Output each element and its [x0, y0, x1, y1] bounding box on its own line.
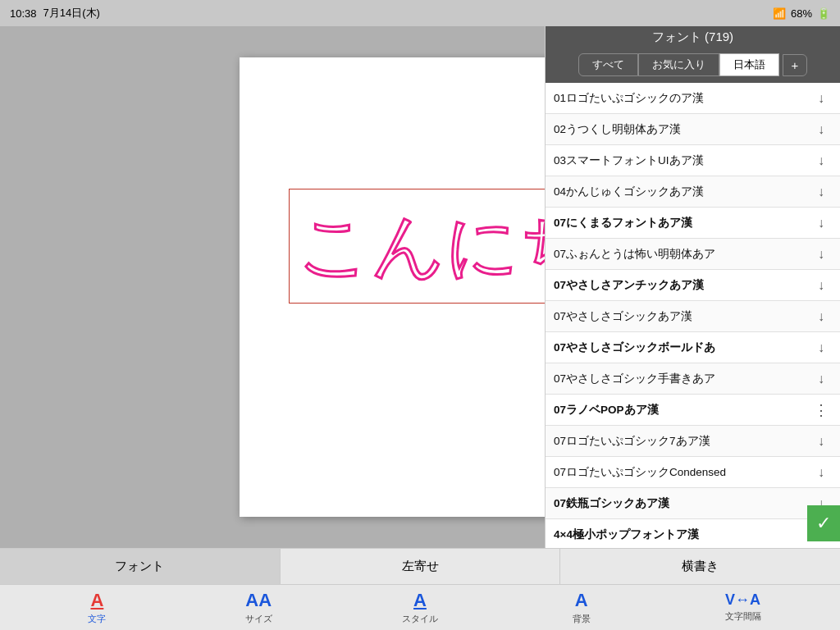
font-item-name: 4×4極小ポップフォントア漢 [554, 527, 812, 542]
font-list-item[interactable]: 07やさしさゴシックあア漢↓ [546, 301, 840, 332]
download-icon[interactable]: ↓ [812, 308, 830, 326]
font-panel: フォント (719) すべて お気に入り 日本語 + 01ロゴたいぷゴシックのア… [545, 23, 840, 548]
wifi-icon: 📶 [773, 7, 786, 20]
font-list-item[interactable]: 03スマートフォントUIあア漢↓ [546, 145, 840, 176]
font-list-item[interactable]: 04かんじゅくゴシックあア漢↓ [546, 176, 840, 208]
toolbar-align-btn[interactable]: 左寄せ [281, 549, 561, 584]
text-size-icon: AA [245, 590, 272, 611]
letter-spacing-label: 文字間隔 [725, 610, 761, 623]
download-icon[interactable]: ↓ [812, 183, 830, 201]
font-item-name: 01ロゴたいぷゴシックのア漢 [554, 91, 812, 106]
toolbar-top-row: フォント 左寄せ 横書き [0, 549, 840, 585]
battery-indicator: 68% [791, 7, 812, 20]
status-date: 7月14日(木) [43, 6, 100, 21]
font-item-name: 03スマートフォントUIあア漢 [554, 153, 812, 168]
font-list-item[interactable]: 4×4極小ポップフォントア漢↓ [546, 519, 840, 548]
font-item-name: 02うつくし明朝体あア漢 [554, 122, 812, 137]
background-icon: A [575, 590, 588, 611]
download-icon[interactable]: ↓ [812, 370, 830, 388]
text-color-label: 文字 [88, 613, 106, 625]
more-icon[interactable]: ⋮ [812, 401, 830, 419]
download-icon[interactable]: ↓ [812, 276, 830, 294]
font-item-name: 07ふぉんとうは怖い明朝体あア [554, 247, 812, 262]
font-list-item[interactable]: 07やさしさアンチックあア漢↓ [546, 270, 840, 301]
tool-text-size[interactable]: AA サイズ [234, 590, 283, 625]
font-list-item[interactable]: 07にくまるフォントあア漢↓ [546, 208, 840, 239]
text-size-label: サイズ [245, 613, 272, 625]
download-icon[interactable]: ↓ [812, 214, 830, 232]
status-time: 10:38 [10, 7, 37, 20]
font-item-name: 07ロゴたいぷゴシック7あア漢 [554, 434, 812, 449]
tab-add-button[interactable]: + [783, 54, 808, 76]
font-list-item[interactable]: 02うつくし明朝体あア漢↓ [546, 114, 840, 145]
font-list-item[interactable]: 07鉄瓶ゴシックあア漢↓ [546, 488, 840, 519]
download-icon[interactable]: ↓ [812, 245, 830, 263]
download-icon[interactable]: ↓ [812, 89, 830, 107]
toolbar-font-btn[interactable]: フォント [0, 549, 281, 584]
download-icon[interactable]: ↓ [812, 432, 830, 450]
download-icon[interactable]: ↓ [812, 152, 830, 170]
font-item-name: 07鉄瓶ゴシックあア漢 [554, 496, 812, 511]
font-item-name: 07やさしさゴシック手書きあア [554, 372, 812, 386]
tool-letter-spacing[interactable]: V↔A 文字間隔 [719, 591, 768, 623]
tool-text-style[interactable]: A スタイル [395, 590, 445, 625]
tab-japanese[interactable]: 日本語 [719, 53, 779, 76]
font-tabs: すべて お気に入り 日本語 + [546, 50, 840, 83]
font-list-item[interactable]: 07やさしさゴシック手書きあア↓ [546, 363, 840, 395]
font-list-item[interactable]: 01ロゴたいぷゴシックのア漢↓ [546, 83, 840, 114]
font-list-item[interactable]: 07ロゴたいぷゴシック7あア漢↓ [546, 426, 840, 457]
letter-spacing-icon: V↔A [725, 591, 760, 609]
text-box[interactable]: こんにち [289, 189, 576, 304]
toolbar-bottom-row: A 文字 AA サイズ A スタイル A 背景 V↔A 文字間隔 [0, 585, 840, 630]
font-list-item[interactable]: 07やさしさゴシックボールドあ↓ [546, 332, 840, 363]
check-icon: ✓ [816, 513, 831, 534]
download-icon[interactable]: ↓ [812, 121, 830, 139]
font-list[interactable]: 01ロゴたいぷゴシックのア漢↓02うつくし明朝体あア漢↓03スマートフォントUI… [546, 83, 840, 548]
bottom-toolbar: フォント 左寄せ 横書き A 文字 AA サイズ A スタイル A 背景 V↔A… [0, 548, 840, 630]
tab-favorites[interactable]: お気に入り [638, 53, 719, 76]
font-item-name: 07ラノベPOPあア漢 [554, 403, 812, 418]
tool-background[interactable]: A 背景 [557, 590, 606, 625]
text-content: こんにち [290, 198, 576, 295]
background-label: 背景 [573, 613, 591, 625]
tool-text-color[interactable]: A 文字 [72, 590, 121, 625]
status-indicators: 📶 68% 🔋 [773, 7, 830, 20]
font-item-name: 07ロゴたいぷゴシックCondensed [554, 465, 812, 480]
text-style-icon: A [413, 590, 427, 611]
text-color-icon: A [90, 590, 103, 611]
font-item-name: 07やさしさゴシックボールドあ [554, 340, 812, 355]
status-bar: 10:38 7月14日(木) 📶 68% 🔋 [0, 0, 840, 26]
font-item-name: 07やさしさゴシックあア漢 [554, 309, 812, 324]
font-list-item[interactable]: 07ふぉんとうは怖い明朝体あア↓ [546, 239, 840, 270]
text-style-label: スタイル [402, 613, 438, 625]
battery-icon: 🔋 [817, 7, 830, 20]
toolbar-direction-btn[interactable]: 横書き [560, 549, 840, 584]
font-list-item[interactable]: 07ラノベPOPあア漢⋮ [546, 395, 840, 426]
font-panel-title: フォント (719) [546, 23, 840, 50]
download-icon[interactable]: ↓ [812, 463, 830, 482]
tab-all[interactable]: すべて [578, 53, 638, 76]
font-list-item[interactable]: 07ロゴたいぷゴシックCondensed↓ [546, 457, 840, 488]
font-item-name: 04かんじゅくゴシックあア漢 [554, 185, 812, 199]
download-icon[interactable]: ↓ [812, 339, 830, 357]
check-button[interactable]: ✓ [807, 505, 840, 541]
font-item-name: 07にくまるフォントあア漢 [554, 216, 812, 231]
font-item-name: 07やさしさアンチックあア漢 [554, 278, 812, 293]
